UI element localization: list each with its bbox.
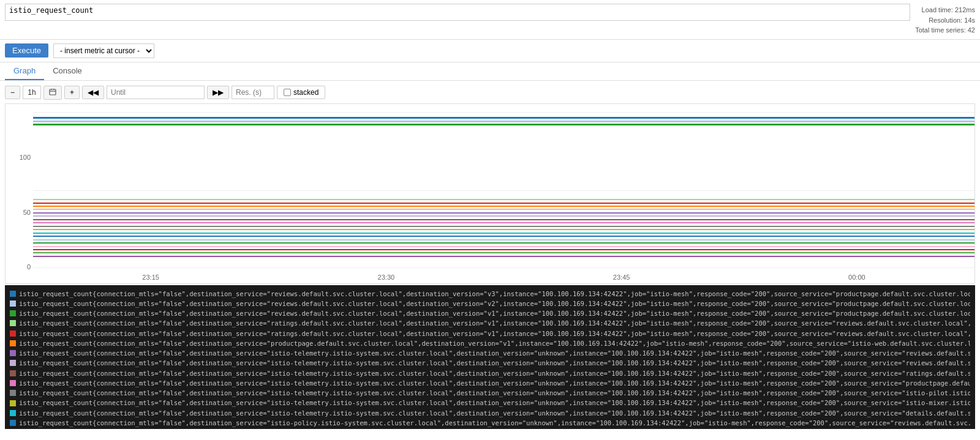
legend-item: istio_request_count{connection_mtls="fal… bbox=[10, 358, 970, 368]
y-label-50: 50 bbox=[6, 209, 31, 216]
legend-item: istio_request_count{connection_mtls="fal… bbox=[10, 338, 970, 348]
series-line-0 bbox=[33, 117, 974, 119]
load-info: Load time: 212ms Resolution: 14s Total t… bbox=[915, 4, 975, 35]
series-line-15 bbox=[33, 239, 974, 241]
series-line-20 bbox=[33, 256, 974, 257]
grid-line-bottom bbox=[33, 267, 974, 268]
series-line-5 bbox=[33, 206, 974, 207]
legend-item: istio_request_count{connection_mtls="fal… bbox=[10, 308, 970, 318]
series-line-4 bbox=[33, 203, 974, 204]
zoom-out-button[interactable]: − bbox=[5, 86, 20, 99]
y-label-0: 0 bbox=[6, 263, 31, 270]
series-line-9 bbox=[33, 219, 974, 220]
legend-item: istio_request_count{connection_mtls="fal… bbox=[10, 418, 970, 428]
legend-area: istio_request_count{connection_mtls="fal… bbox=[5, 285, 975, 429]
top-bar: istio_request_count Load time: 212ms Res… bbox=[0, 0, 980, 40]
chart-plot bbox=[33, 104, 974, 271]
series-line-12 bbox=[33, 229, 974, 230]
calendar-button[interactable] bbox=[43, 86, 62, 100]
grid-line-mid bbox=[33, 190, 974, 191]
x-label-4: 00:00 bbox=[848, 274, 865, 281]
total-series: Total time series: 42 bbox=[915, 25, 975, 35]
x-axis: 23:15 23:30 23:45 00:00 bbox=[33, 271, 974, 283]
series-line-2 bbox=[33, 124, 974, 125]
stacked-icon bbox=[284, 89, 291, 96]
metric-select[interactable]: - insert metric at cursor - bbox=[53, 43, 154, 58]
legend-item: istio_request_count{connection_mtls="fal… bbox=[10, 368, 970, 378]
series-line-16 bbox=[33, 242, 974, 244]
legend-item: istio_request_count{connection_mtls="fal… bbox=[10, 398, 970, 408]
stacked-label: stacked bbox=[293, 88, 318, 97]
execute-button[interactable]: Execute bbox=[5, 43, 48, 58]
legend-item: istio_request_count{connection_mtls="fal… bbox=[10, 378, 970, 388]
series-line-11 bbox=[33, 226, 974, 227]
series-line-14 bbox=[33, 236, 974, 237]
legend-item: istio_request_count{connection_mtls="fal… bbox=[10, 408, 970, 418]
chart-area: 100 50 0 23:15 23:30 23:45 00:00 bbox=[5, 103, 975, 284]
range-label: 1h bbox=[23, 86, 41, 99]
legend-item: istio_request_count{connection_mtls="fal… bbox=[10, 428, 970, 428]
graph-controls: − 1h + ◀◀ ▶▶ stacked bbox=[5, 86, 975, 100]
grid-line-top bbox=[33, 112, 974, 113]
legend-item: istio_request_count{connection_mtls="fal… bbox=[10, 318, 970, 328]
query-input[interactable]: istio_request_count bbox=[5, 4, 910, 21]
series-line-8 bbox=[33, 215, 974, 217]
series-line-3 bbox=[33, 199, 974, 200]
series-line-1 bbox=[33, 121, 974, 122]
tab-console[interactable]: Console bbox=[44, 62, 91, 80]
load-time: Load time: 212ms bbox=[915, 5, 975, 15]
res-input[interactable] bbox=[232, 86, 274, 99]
tab-bar: Graph Console bbox=[0, 62, 980, 81]
x-label-1: 23:15 bbox=[142, 274, 159, 281]
x-label-2: 23:30 bbox=[378, 274, 395, 281]
series-line-18 bbox=[33, 249, 974, 250]
series-line-10 bbox=[33, 222, 974, 223]
series-line-19 bbox=[33, 252, 974, 253]
series-line-17 bbox=[33, 246, 974, 247]
zoom-in-button[interactable]: + bbox=[64, 86, 80, 99]
legend-item: istio_request_count{connection_mtls="fal… bbox=[10, 388, 970, 398]
resolution: Resolution: 14s bbox=[915, 15, 975, 26]
until-input[interactable] bbox=[107, 86, 205, 99]
legend-item: istio_request_count{connection_mtls="fal… bbox=[10, 289, 970, 299]
y-label-100: 100 bbox=[6, 154, 31, 161]
stacked-button[interactable]: stacked bbox=[277, 86, 325, 99]
x-label-3: 23:45 bbox=[613, 274, 630, 281]
series-line-6 bbox=[33, 209, 974, 210]
forward-button[interactable]: ▶▶ bbox=[207, 86, 229, 99]
series-line-13 bbox=[33, 233, 974, 234]
series-line-7 bbox=[33, 212, 974, 214]
y-axis: 100 50 0 bbox=[6, 104, 33, 271]
legend-item: istio_request_count{connection_mtls="fal… bbox=[10, 329, 970, 338]
svg-rect-0 bbox=[50, 89, 56, 95]
legend-item: istio_request_count{connection_mtls="fal… bbox=[10, 299, 970, 308]
legend-item: istio_request_count{connection_mtls="fal… bbox=[10, 348, 970, 358]
graph-section: − 1h + ◀◀ ▶▶ stacked 100 50 0 bbox=[0, 81, 980, 434]
controls-bar: Execute - insert metric at cursor - bbox=[0, 40, 980, 62]
tab-graph[interactable]: Graph bbox=[5, 62, 44, 80]
back-button[interactable]: ◀◀ bbox=[82, 86, 104, 99]
